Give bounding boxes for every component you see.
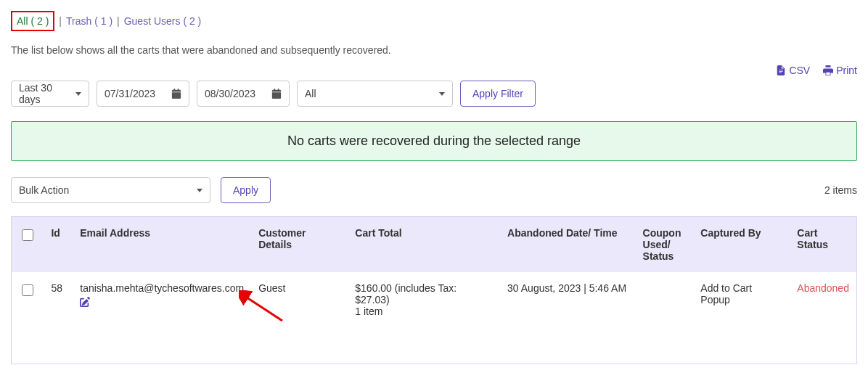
export-csv-label: CSV — [789, 65, 810, 76]
status-select[interactable]: All — [297, 81, 453, 107]
date-to-input[interactable]: 08/30/2023 — [197, 81, 290, 107]
cell-checkbox — [12, 272, 44, 327]
tab-separator: | — [59, 15, 62, 27]
bulk-action-select[interactable]: Bulk Action — [11, 177, 210, 203]
col-cart-status[interactable]: Cart Status — [790, 217, 856, 273]
no-results-notice: No carts were recovered during the selec… — [11, 121, 857, 161]
tab-trash-count: ( 1 ) — [94, 15, 112, 27]
bulk-action-bar: Bulk Action Apply 2 items — [11, 177, 857, 203]
cell-cart-total: $160.00 (includes Tax: $27.03) 1 item — [348, 272, 500, 327]
cell-email: tanisha.mehta@tychesoftwares.com — [73, 272, 251, 327]
chevron-down-icon — [439, 92, 445, 96]
cell-id: 58 — [44, 272, 73, 327]
tab-trash[interactable]: Trash ( 1 ) — [66, 15, 112, 27]
carts-table: Id Email Address Customer Details Cart T… — [11, 216, 857, 364]
cell-customer-details: Guest — [251, 272, 348, 327]
col-coupon[interactable]: Coupon Used/ Status — [636, 217, 694, 273]
export-print-link[interactable]: Print — [823, 65, 857, 76]
print-icon — [823, 65, 833, 75]
tab-trash-label: Trash — [66, 15, 91, 27]
status-badge: Abandoned — [797, 282, 849, 294]
col-customer-details[interactable]: Customer Details — [251, 217, 348, 273]
total-items: 1 item — [355, 305, 382, 317]
tab-all-label: All — [17, 15, 28, 27]
apply-filter-button[interactable]: Apply Filter — [460, 81, 536, 107]
cell-cart-status: Abandoned — [790, 272, 856, 327]
date-from-value: 07/31/2023 — [105, 88, 155, 99]
tab-guest-label: Guest Users — [124, 15, 181, 27]
export-csv-link[interactable]: CSV — [776, 65, 810, 76]
cell-abandoned-date: 30 August, 2023 | 5:46 AM — [500, 272, 636, 327]
total-amount: $160.00 (includes Tax: $27.03) — [355, 282, 456, 305]
chevron-down-icon — [75, 92, 81, 96]
date-range-value: Last 30 days — [19, 82, 71, 105]
tab-guest-users[interactable]: Guest Users ( 2 ) — [124, 15, 202, 27]
cell-captured-by: Add to Cart Popup — [693, 272, 790, 327]
chevron-down-icon — [197, 189, 202, 192]
select-all-checkbox[interactable] — [22, 229, 33, 241]
calendar-icon — [171, 89, 181, 99]
bulk-action-value: Bulk Action — [19, 184, 69, 196]
email-text: tanisha.mehta@tychesoftwares.com — [80, 282, 244, 294]
col-id[interactable]: Id — [44, 217, 73, 273]
edit-icon[interactable] — [80, 297, 90, 309]
cell-coupon — [636, 272, 694, 327]
col-abandoned-date[interactable]: Abandoned Date/ Time — [500, 217, 636, 273]
item-count: 2 items — [824, 184, 857, 196]
filter-bar: Last 30 days 07/31/2023 08/30/2023 All A… — [11, 81, 857, 107]
bulk-apply-button[interactable]: Apply — [221, 177, 271, 203]
col-email[interactable]: Email Address — [73, 217, 251, 273]
tab-all-count: ( 2 ) — [30, 15, 49, 27]
col-cart-total[interactable]: Cart Total — [348, 217, 500, 273]
date-range-select[interactable]: Last 30 days — [11, 81, 89, 107]
table-header-row: Id Email Address Customer Details Cart T… — [12, 217, 857, 273]
page-description: The list below shows all the carts that … — [11, 44, 857, 56]
calendar-icon — [271, 89, 282, 99]
tab-separator: | — [117, 15, 120, 27]
annotation-highlight-box: All ( 2 ) — [11, 11, 54, 31]
table-row — [12, 327, 857, 364]
col-captured-by[interactable]: Captured By — [693, 217, 790, 273]
tab-guest-count: ( 2 ) — [183, 15, 201, 27]
status-value: All — [305, 88, 316, 99]
col-checkbox — [12, 217, 44, 273]
file-icon — [776, 65, 786, 75]
row-checkbox[interactable] — [22, 284, 33, 296]
tab-all[interactable]: All ( 2 ) — [17, 15, 49, 27]
export-links: CSV Print — [11, 65, 857, 76]
export-print-label: Print — [836, 65, 857, 76]
filter-tabs: All ( 2 ) | Trash ( 1 ) | Guest Users ( … — [11, 11, 857, 31]
empty-space — [12, 327, 857, 364]
table-row: 58 tanisha.mehta@tychesoftwares.com Gues… — [12, 272, 857, 327]
date-to-value: 08/30/2023 — [205, 88, 255, 99]
date-from-input[interactable]: 07/31/2023 — [97, 81, 189, 107]
